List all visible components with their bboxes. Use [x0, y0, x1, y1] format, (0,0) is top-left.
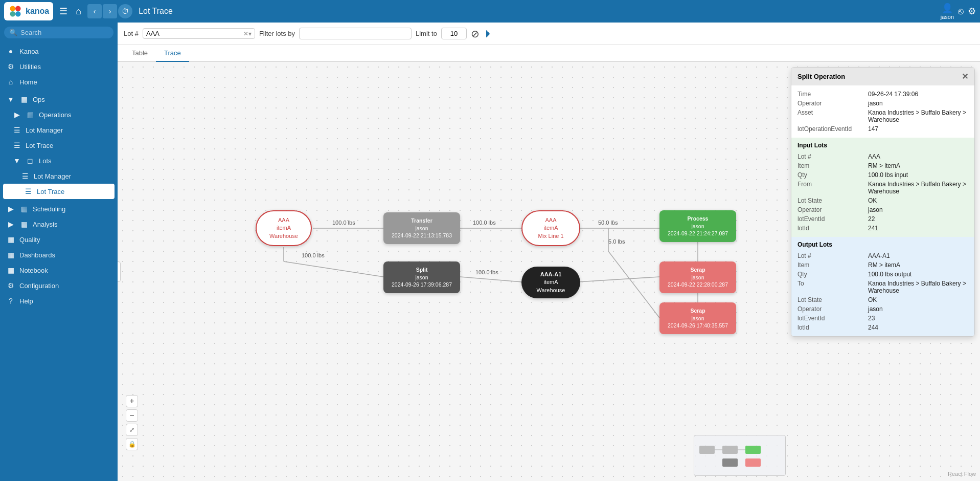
limit-input[interactable] [441, 28, 467, 39]
sidebar-item-kanoa[interactable]: ● Kanoa [0, 43, 118, 59]
sidebar-item-home[interactable]: ⌂ Home [0, 74, 118, 90]
input-lot-id-val: 241 [868, 225, 968, 232]
nav-back-button[interactable]: ‹ [87, 4, 102, 18]
sidebar-item-lot-manager-2[interactable]: ☰ Lot Manager [0, 168, 118, 184]
time-val: 09-26-24 17:39:06 [868, 91, 968, 98]
svg-rect-23 [745, 446, 761, 454]
logo-icon [8, 4, 22, 18]
lot-input[interactable] [146, 30, 243, 37]
sidebar-label-lot-trace-2: Lot Trace [37, 188, 64, 195]
play-icon: ⏵ [484, 28, 494, 39]
settings-icon[interactable]: ⚙ [968, 6, 976, 17]
sidebar-label-help: Help [19, 297, 33, 305]
main-content: Lot # ✕ ▾ Filter lots by Limit to ⊘ ⏵ Ta… [118, 23, 980, 481]
detail-panel-close[interactable]: ✕ [962, 72, 968, 81]
operator-key: Operator [797, 100, 864, 107]
nav-forward-button[interactable]: › [103, 4, 117, 18]
node-split[interactable]: Splitjason2024-09-26 17:39:06.287 [383, 261, 460, 293]
no-icon: ⊘ [471, 28, 480, 40]
sidebar-item-dashboards[interactable]: ▦ Dashboards [0, 247, 118, 263]
svg-rect-22 [722, 446, 738, 454]
nav-buttons: ‹ › ⏱ [87, 4, 132, 18]
clear-icon[interactable]: ✕ [243, 30, 248, 37]
sidebar-item-quality[interactable]: ▦ Quality [0, 232, 118, 247]
home-sidebar-icon: ⌂ [6, 78, 15, 86]
play-button[interactable]: ⏵ [484, 28, 494, 39]
sidebar-section-kanoa: ● Kanoa ⚙ Utilities ⌂ Home [0, 42, 118, 91]
tab-table[interactable]: Table [124, 45, 156, 62]
user-menu[interactable]: 👤 jason [941, 3, 954, 20]
sidebar-item-notebook[interactable]: ▦ Notebook [0, 263, 118, 278]
node-aaa-a1[interactable]: AAA-A1itemAWarehouse [521, 267, 580, 298]
search-icon: 🔍 [9, 29, 17, 36]
output-qty-val: 100.0 lbs output [868, 271, 968, 278]
sidebar-item-scheduling[interactable]: ▶ ▦ Scheduling [0, 201, 118, 216]
output-state-val: OK [868, 296, 968, 303]
dropdown-icon[interactable]: ▾ [248, 30, 252, 37]
node-process[interactable]: Processjason2024-09-22 21:24:27.097 [659, 210, 736, 242]
detail-main-info: Time 09-26-24 17:39:06 Operator jason As… [791, 85, 974, 138]
history-button[interactable]: ⏱ [118, 4, 132, 18]
sidebar-item-help[interactable]: ? Help [0, 293, 118, 309]
output-to-key: To [797, 280, 864, 294]
sidebar-item-analysis[interactable]: ▶ ▦ Analysis [0, 216, 118, 232]
minimap [694, 435, 786, 476]
sidebar-item-lot-trace-2[interactable]: ☰ Lot Trace [3, 184, 115, 199]
sidebar-item-operations[interactable]: ▶ ▦ Operations [0, 107, 118, 122]
output-lots-section: Output Lots Lot # AAA-A1 Item RM > itemA… [791, 237, 974, 336]
node-scrap1[interactable]: Scrapjason2024-09-22 22:28:00.287 [659, 261, 736, 293]
fit-button[interactable]: ⤢ [126, 424, 138, 436]
svg-rect-24 [722, 458, 738, 467]
filter-input[interactable] [299, 28, 412, 39]
dashboards-icon: ▦ [6, 251, 15, 259]
user-name: jason [941, 14, 954, 20]
svg-line-13 [460, 277, 521, 282]
input-qty-key: Qty [797, 171, 864, 179]
logout-icon[interactable]: ⎋ [958, 6, 964, 17]
configuration-icon: ⚙ [6, 281, 15, 290]
zoom-out-button[interactable]: − [126, 409, 138, 422]
tab-trace[interactable]: Trace [156, 45, 189, 62]
node-transfer[interactable]: Transferjason2024-09-22 21:13:15.783 [383, 212, 460, 244]
sidebar-item-lots[interactable]: ▼ ◻ Lots [0, 153, 118, 168]
svg-text:5.0 lbs: 5.0 lbs [608, 238, 625, 245]
user-icon: 👤 [942, 3, 953, 14]
input-from-val: Kanoa Industries > Buffalo Bakery > Ware… [868, 181, 968, 195]
sidebar-item-lot-trace-1[interactable]: ☰ Lot Trace [0, 138, 118, 153]
operator-val: jason [868, 100, 968, 107]
input-lots-section: Input Lots Lot # AAA Item RM > itemA Qty… [791, 138, 974, 237]
lots-chevron-icon: ▼ [12, 157, 21, 165]
zoom-in-button[interactable]: + [126, 395, 138, 407]
input-state-val: OK [868, 197, 968, 204]
svg-rect-21 [699, 446, 715, 454]
svg-point-3 [15, 11, 21, 17]
output-item-key: Item [797, 261, 864, 269]
collapse-button[interactable]: ‹ [118, 261, 121, 282]
app-logo[interactable]: kanoa [4, 2, 53, 20]
lock-button[interactable]: 🔒 [126, 438, 138, 450]
svg-text:100.0 lbs: 100.0 lbs [475, 269, 498, 275]
flow-canvas[interactable]: ‹ 100.0 lbs 100.0 lbs 50.0 lbs 100.0 lbs… [118, 62, 980, 481]
topbar: kanoa ☰ ⌂ ‹ › ⏱ Lot Trace 👤 jason ⎋ ⚙ [0, 0, 980, 23]
home-icon[interactable]: ⌂ [74, 4, 83, 19]
sidebar-item-configuration[interactable]: ⚙ Configuration [0, 278, 118, 293]
sidebar-section-other: ▶ ▦ Scheduling ▶ ▦ Analysis ▦ Quality ▦ … [0, 200, 118, 310]
notebook-icon: ▦ [6, 266, 15, 274]
sidebar-item-ops[interactable]: ▼ ▦ Ops [0, 92, 118, 107]
node-scrap2[interactable]: Scrapjason2024-09-26 17:40:35.557 [659, 302, 736, 334]
sidebar-label-lot-manager-2: Lot Manager [34, 172, 71, 180]
tabs: Table Trace [118, 45, 980, 62]
sidebar-label-notebook: Notebook [19, 267, 48, 274]
node-aaa-mix[interactable]: AAAitemAMix Line 1 [521, 210, 580, 246]
time-key: Time [797, 91, 864, 98]
input-state-key: Lot State [797, 197, 864, 204]
search-input[interactable] [20, 29, 108, 36]
no-button[interactable]: ⊘ [471, 28, 480, 40]
asset-val: Kanoa Industries > Buffalo Bakery > Ware… [868, 109, 968, 123]
input-event-id-key: lotEventId [797, 215, 864, 223]
sidebar-item-utilities[interactable]: ⚙ Utilities [0, 59, 118, 74]
node-aaa-warehouse[interactable]: AAAitemAWarehouse [256, 210, 312, 246]
sidebar-item-lot-manager-1[interactable]: ☰ Lot Manager [0, 122, 118, 138]
svg-line-15 [578, 277, 659, 282]
hamburger-menu[interactable]: ☰ [57, 4, 70, 19]
